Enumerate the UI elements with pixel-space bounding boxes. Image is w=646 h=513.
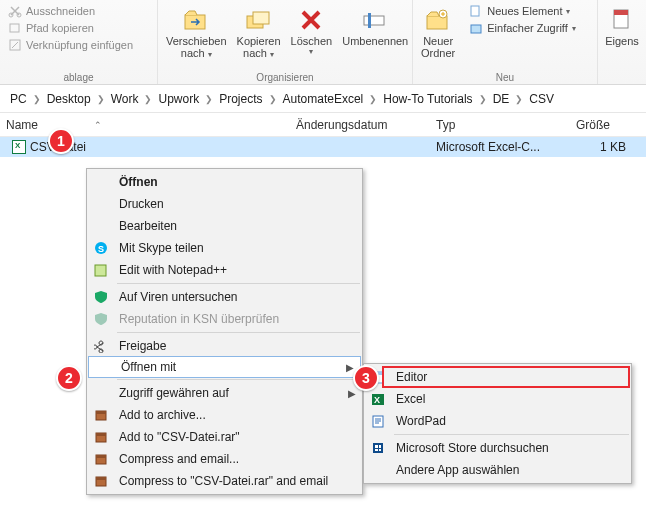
ribbon: Ausschneiden Pfad kopieren Verknüpfung e… <box>0 0 646 85</box>
ow-wordpad[interactable]: WordPad <box>364 410 631 432</box>
delete-button[interactable]: Löschen ▾ <box>289 3 335 56</box>
ribbon-group-properties: Eigens <box>598 0 646 84</box>
file-row-selected[interactable]: CSV-Datei Microsoft Excel-C... 1 KB <box>0 137 646 157</box>
col-type[interactable]: Typ <box>430 114 570 136</box>
ctx-print[interactable]: Drucken <box>87 193 362 215</box>
col-size[interactable]: Größe <box>570 114 630 136</box>
easy-access-icon <box>469 21 483 35</box>
ctx-notepadpp[interactable]: Edit with Notepad++ <box>87 259 362 281</box>
excel-file-icon <box>12 140 26 154</box>
ctx-compress-rar-email[interactable]: Compress to "CSV-Datei.rar" and email <box>87 470 362 492</box>
ribbon-group-organize: Verschieben nach ▾ Kopieren nach ▾ Lösch… <box>158 0 413 84</box>
paste-link-button[interactable]: Verknüpfung einfügen <box>6 37 151 53</box>
organize-group-title: Organisieren <box>164 72 406 83</box>
callout-3: 3 <box>353 365 379 391</box>
sort-caret-icon: ⌃ <box>94 120 102 130</box>
svg-rect-35 <box>379 449 381 451</box>
new-folder-button[interactable]: Neuer Ordner <box>419 3 457 59</box>
path-icon <box>8 21 22 35</box>
col-name[interactable]: Name ⌃ <box>0 114 290 136</box>
col-date[interactable]: Änderungsdatum <box>290 114 430 136</box>
move-folder-icon <box>181 5 211 35</box>
copy-label-1: Kopieren <box>237 35 281 47</box>
cut-label: Ausschneiden <box>26 5 95 17</box>
column-headers: Name ⌃ Änderungsdatum Typ Größe <box>0 113 646 137</box>
ctx-archive[interactable]: Add to archive... <box>87 404 362 426</box>
new-folder-icon <box>423 5 453 35</box>
cut-button[interactable]: Ausschneiden <box>6 3 151 19</box>
svg-text:S: S <box>98 244 104 254</box>
crumb-work[interactable]: Work <box>107 92 143 106</box>
properties-icon <box>607 5 637 35</box>
svg-rect-32 <box>375 445 378 448</box>
file-type: Microsoft Excel-C... <box>430 140 570 154</box>
move-to-button[interactable]: Verschieben nach ▾ <box>164 3 229 61</box>
svg-rect-33 <box>379 445 381 448</box>
copy-path-button[interactable]: Pfad kopieren <box>6 20 151 36</box>
delete-label: Löschen <box>291 35 333 47</box>
shield-grey-icon <box>93 311 109 327</box>
ctx-share[interactable]: Freigabe <box>87 335 362 357</box>
ow-other[interactable]: Andere App auswählen <box>364 459 631 481</box>
context-menu: Öffnen Drucken Bearbeiten S Mit Skype te… <box>86 168 363 495</box>
copy-folder-icon <box>244 5 274 35</box>
new-item-button[interactable]: Neues Element ▾ <box>467 3 578 19</box>
ctx-ksn[interactable]: Reputation in KSN überprüfen <box>87 308 362 330</box>
store-icon <box>370 440 386 456</box>
svg-rect-14 <box>614 10 628 15</box>
svg-rect-6 <box>253 12 269 24</box>
crumb-projects[interactable]: Projects <box>215 92 266 106</box>
shield-icon <box>93 289 109 305</box>
excel-icon: X <box>370 391 386 407</box>
svg-rect-17 <box>95 265 106 276</box>
chevron-right-icon: ❯ <box>142 94 154 104</box>
easy-access-button[interactable]: Einfacher Zugriff ▾ <box>467 20 578 36</box>
svg-rect-23 <box>96 455 106 458</box>
crumb-howto[interactable]: How-To Tutorials <box>379 92 476 106</box>
svg-rect-19 <box>96 411 106 414</box>
ow-excel[interactable]: X Excel <box>364 388 631 410</box>
crumb-desktop[interactable]: Desktop <box>43 92 95 106</box>
svg-rect-25 <box>96 477 106 480</box>
breadcrumb[interactable]: PC❯ Desktop❯ Work❯ Upwork❯ Projects❯ Aut… <box>0 85 646 113</box>
ctx-virus[interactable]: Auf Viren untersuchen <box>87 286 362 308</box>
link-icon <box>8 38 22 52</box>
ow-editor[interactable]: Editor <box>364 366 631 388</box>
rename-icon <box>360 5 390 35</box>
ctx-add-rar[interactable]: Add to "CSV-Datei.rar" <box>87 426 362 448</box>
ctx-open-with[interactable]: Öffnen mit ▶ <box>88 356 361 378</box>
svg-rect-8 <box>368 13 371 28</box>
copy-label-2: nach ▾ <box>243 47 274 61</box>
rename-label: Umbenennen <box>342 35 408 47</box>
svg-rect-2 <box>10 24 19 32</box>
new-item-icon <box>469 4 483 18</box>
crumb-pc[interactable]: PC <box>6 92 31 106</box>
ctx-edit[interactable]: Bearbeiten <box>87 215 362 237</box>
chevron-right-icon: ❯ <box>267 94 279 104</box>
copy-to-button[interactable]: Kopieren nach ▾ <box>235 3 283 61</box>
ow-store[interactable]: Microsoft Store durchsuchen <box>364 437 631 459</box>
submenu-arrow-icon: ▶ <box>346 362 354 373</box>
ctx-compress-email[interactable]: Compress and email... <box>87 448 362 470</box>
skype-icon: S <box>93 240 109 256</box>
ctx-skype[interactable]: S Mit Skype teilen <box>87 237 362 259</box>
rename-button[interactable]: Umbenennen <box>340 3 410 47</box>
separator <box>394 434 629 435</box>
svg-rect-34 <box>375 449 378 451</box>
share-icon <box>93 338 109 354</box>
paste-link-label: Verknüpfung einfügen <box>26 39 133 51</box>
newfolder-l1: Neuer <box>423 35 453 47</box>
crumb-de[interactable]: DE <box>489 92 514 106</box>
newfolder-l2: Ordner <box>421 47 455 59</box>
open-with-submenu: Editor X Excel WordPad Microsoft Store d… <box>363 363 632 484</box>
scissors-icon <box>8 4 22 18</box>
crumb-upwork[interactable]: Upwork <box>154 92 203 106</box>
separator <box>117 332 360 333</box>
properties-button[interactable]: Eigens <box>604 3 640 47</box>
winrar-icon <box>93 407 109 423</box>
crumb-automateexcel[interactable]: AutomateExcel <box>279 92 368 106</box>
ctx-grant-access[interactable]: Zugriff gewähren auf ▶ <box>87 382 362 404</box>
crumb-csv[interactable]: CSV <box>525 92 558 106</box>
ctx-open[interactable]: Öffnen <box>87 171 362 193</box>
file-size: 1 KB <box>570 140 630 154</box>
